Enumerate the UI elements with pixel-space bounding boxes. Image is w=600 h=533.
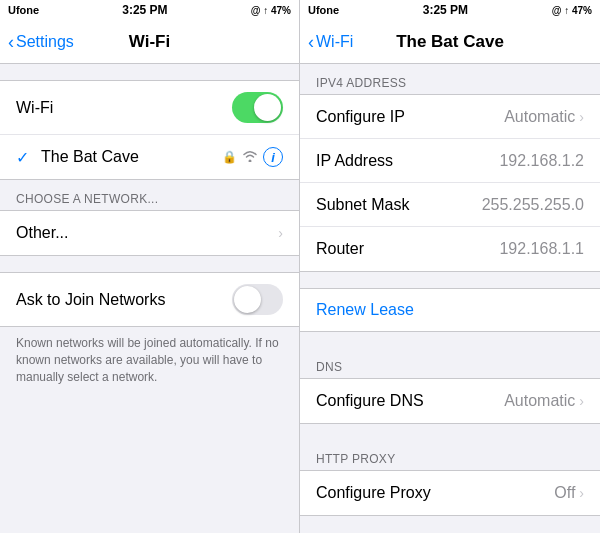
right-back-label: Wi-Fi (316, 33, 353, 51)
router-row: Router 192.168.1.1 (300, 227, 600, 271)
right-carrier: Ufone (308, 4, 339, 16)
router-value: 192.168.1.1 (499, 240, 584, 258)
ask-join-toggle-knob (234, 286, 261, 313)
configure-proxy-value: Off › (554, 484, 584, 502)
ip-address-row: IP Address 192.168.1.2 (300, 139, 600, 183)
configure-dns-value: Automatic › (504, 392, 584, 410)
configure-ip-value: Automatic › (504, 108, 584, 126)
configure-dns-chevron-icon: › (579, 393, 584, 409)
ip-address-label: IP Address (316, 152, 393, 170)
right-nav-title: The Bat Cave (396, 32, 504, 52)
right-panel: Ufone 3:25 PM @ ↑ 47% ‹ Wi-Fi The Bat Ca… (300, 0, 600, 533)
bat-cave-label: The Bat Cave (41, 148, 139, 166)
configure-proxy-label: Configure Proxy (316, 484, 431, 502)
configure-proxy-chevron-icon: › (579, 485, 584, 501)
spacer-1 (300, 272, 600, 288)
info-icon[interactable]: i (263, 147, 283, 167)
spacer-2 (300, 332, 600, 348)
configure-ip-label: Configure IP (316, 108, 405, 126)
subnet-mask-label: Subnet Mask (316, 196, 409, 214)
checkmark-icon: ✓ (16, 148, 29, 167)
other-label: Other... (16, 224, 68, 242)
wifi-label: Wi-Fi (16, 99, 53, 117)
right-status-bar: Ufone 3:25 PM @ ↑ 47% (300, 0, 600, 20)
left-carrier: Ufone (8, 4, 39, 16)
lock-icon: 🔒 (222, 150, 237, 164)
left-status-bar: Ufone 3:25 PM @ ↑ 47% (0, 0, 299, 20)
configure-proxy-row[interactable]: Configure Proxy Off › (300, 471, 600, 515)
configure-dns-text: Automatic (504, 392, 575, 410)
configure-ip-row[interactable]: Configure IP Automatic › (300, 95, 600, 139)
dns-list-group: Configure DNS Automatic › (300, 378, 600, 424)
spacer-3 (300, 424, 600, 440)
ask-join-group: Ask to Join Networks (0, 272, 299, 327)
other-network-group: Other... › (0, 210, 299, 256)
right-status-icons: @ ↑ 47% (552, 5, 592, 16)
wifi-section: Wi-Fi ✓ The Bat Cave 🔒 (0, 80, 299, 180)
configure-ip-text: Automatic (504, 108, 575, 126)
ask-join-section: Ask to Join Networks Known networks will… (0, 272, 299, 397)
dns-section-label: DNS (300, 348, 600, 378)
left-time: 3:25 PM (122, 3, 167, 17)
wifi-toggle-knob (254, 94, 281, 121)
ask-join-description: Known networks will be joined automatica… (0, 327, 299, 397)
left-nav-bar: ‹ Settings Wi-Fi (0, 20, 299, 64)
http-proxy-list-group: Configure Proxy Off › (300, 470, 600, 516)
left-panel: Ufone 3:25 PM @ ↑ 47% ‹ Settings Wi-Fi W… (0, 0, 300, 533)
left-status-icons: @ ↑ 47% (251, 5, 291, 16)
configure-dns-row[interactable]: Configure DNS Automatic › (300, 379, 600, 423)
ask-join-label: Ask to Join Networks (16, 291, 165, 309)
ask-join-toggle[interactable] (232, 284, 283, 315)
choose-network-header: CHOOSE A NETWORK... (0, 180, 299, 210)
left-nav-title: Wi-Fi (129, 32, 170, 52)
bat-cave-icons: 🔒 i (222, 147, 283, 167)
ask-join-row: Ask to Join Networks (0, 273, 299, 326)
wifi-list-group: Wi-Fi ✓ The Bat Cave 🔒 (0, 80, 299, 180)
configure-dns-label: Configure DNS (316, 392, 424, 410)
left-back-label: Settings (16, 33, 74, 51)
configure-ip-chevron-icon: › (579, 109, 584, 125)
configure-proxy-text: Off (554, 484, 575, 502)
spacer-4 (300, 516, 600, 532)
router-label: Router (316, 240, 364, 258)
right-time: 3:25 PM (423, 3, 468, 17)
renew-lease-section: Renew Lease (300, 288, 600, 332)
ipv4-list-group: Configure IP Automatic › IP Address 192.… (300, 94, 600, 272)
other-chevron-icon: › (278, 225, 283, 241)
right-back-button[interactable]: ‹ Wi-Fi (308, 33, 353, 51)
right-back-chevron-icon: ‹ (308, 33, 314, 51)
renew-lease-button[interactable]: Renew Lease (316, 301, 414, 318)
ipv4-section-label: IPV4 ADDRESS (300, 64, 600, 94)
subnet-mask-value: 255.255.255.0 (482, 196, 584, 214)
bat-cave-row[interactable]: ✓ The Bat Cave 🔒 i (0, 135, 299, 179)
right-nav-bar: ‹ Wi-Fi The Bat Cave (300, 20, 600, 64)
left-back-chevron-icon: ‹ (8, 33, 14, 51)
wifi-signal-icon (242, 150, 258, 165)
bat-cave-left: ✓ The Bat Cave (16, 148, 139, 167)
wifi-toggle[interactable] (232, 92, 283, 123)
other-network-row[interactable]: Other... › (0, 211, 299, 255)
left-back-button[interactable]: ‹ Settings (8, 33, 74, 51)
ip-address-value: 192.168.1.2 (499, 152, 584, 170)
http-proxy-section-label: HTTP PROXY (300, 440, 600, 470)
wifi-toggle-row: Wi-Fi (0, 81, 299, 135)
subnet-mask-row: Subnet Mask 255.255.255.0 (300, 183, 600, 227)
